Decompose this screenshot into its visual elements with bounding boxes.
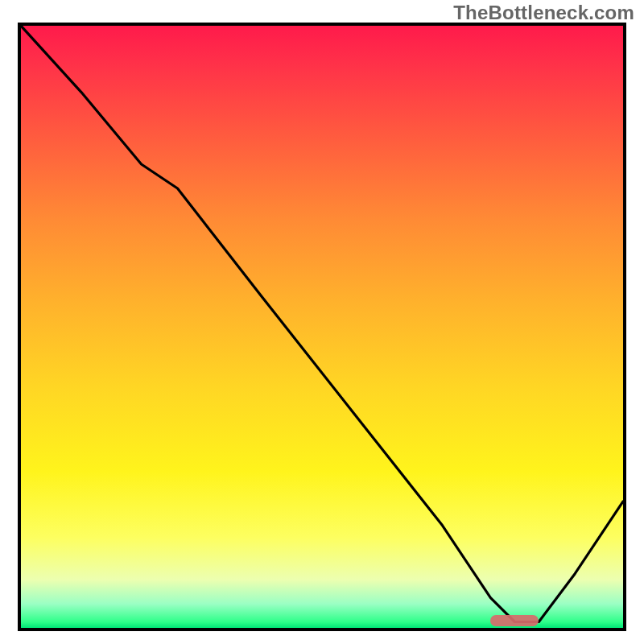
watermark-text: TheBottleneck.com [453,2,634,24]
bottleneck-curve [21,26,623,628]
optimal-range-marker [490,615,539,626]
plot-frame [18,23,626,631]
chart-container: TheBottleneck.com [0,0,644,644]
